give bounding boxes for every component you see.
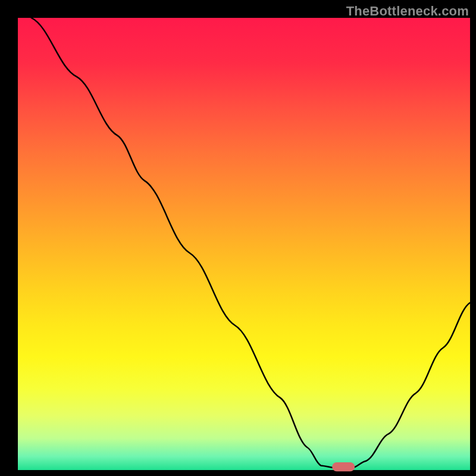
bottleneck-chart: TheBottleneck.com — [0, 0, 476, 476]
optimal-marker — [332, 462, 355, 471]
watermark-text: TheBottleneck.com — [346, 4, 469, 19]
chart-svg — [0, 0, 476, 476]
